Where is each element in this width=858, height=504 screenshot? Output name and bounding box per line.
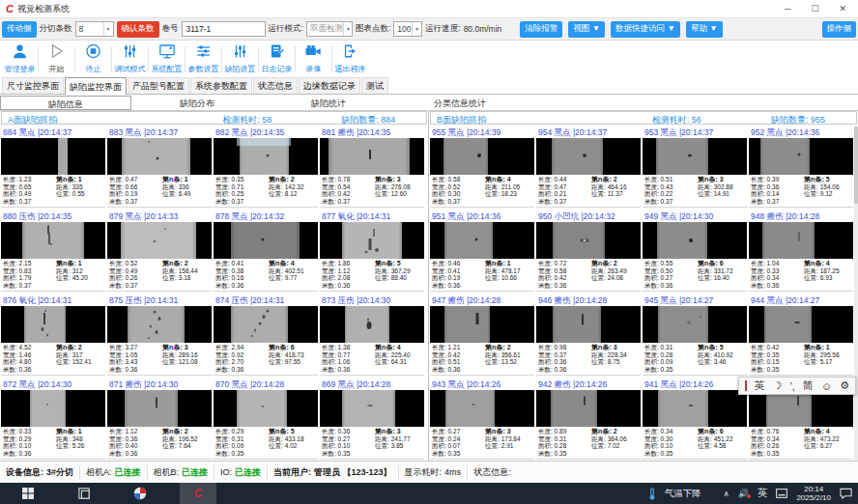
ime-item[interactable]: 英	[755, 378, 765, 393]
roll-label: 卷号	[162, 23, 179, 35]
toolbar-item-monitor[interactable]: 系统配置	[149, 43, 185, 74]
tab-2[interactable]: 产品型号配置	[128, 77, 189, 94]
tab-0[interactable]: 尺寸监控界面	[2, 77, 64, 94]
inspection-app-icon[interactable]: C	[180, 483, 216, 504]
defect-stats: 长度: 1.23宽度: 0.65面积: 0.49米数: 0.37第n条: 1距离…	[1, 175, 105, 205]
monitor-icon	[158, 43, 176, 63]
defect-cell[interactable]: 952 黑点 |20:14:36长度: 0.39宽度: 0.36面积: 0.14…	[749, 126, 853, 208]
clear-alarm-button[interactable]: 清除报警	[520, 21, 562, 38]
defect-cell[interactable]: 954 黑点 |20:14:37长度: 0.44宽度: 0.47面积: 0.21…	[536, 126, 641, 208]
defect-cell[interactable]: 874 压伤 |20:14:31长度: 2.94宽度: 0.92面积: 2.70…	[214, 294, 318, 376]
task-view-button[interactable]	[56, 483, 112, 504]
ime-toolbar[interactable]: 英☽’,简☺⚙	[738, 377, 856, 395]
toolbar-item-defect-sliders[interactable]: 缺陷设置	[222, 43, 258, 74]
defect-cell[interactable]: 871 擦伤 |20:14:30长度: 1.12宽度: 0.36面积: 0.40…	[107, 378, 212, 460]
defect-cell[interactable]: 949 黑点 |20:14:30长度: 0.55宽度: 0.50面积: 0.27…	[643, 210, 747, 292]
volume-icon[interactable]: 🔊	[738, 489, 749, 498]
subtab-1[interactable]: 缺陷分布	[131, 96, 263, 110]
ime-item[interactable]: ⚙	[840, 379, 849, 392]
ime-item[interactable]: 简	[803, 378, 814, 393]
points-select[interactable]: 100▼	[393, 21, 422, 37]
subtab-0[interactable]: 缺陷信息	[0, 96, 131, 110]
tab-5[interactable]: 边缘数据记录	[299, 77, 360, 94]
defect-image	[749, 390, 853, 427]
mode-select[interactable]: 双面检测▼	[306, 21, 353, 37]
touch-keyboard-icon[interactable]	[776, 489, 787, 498]
subtab-3[interactable]: 分类信息统计	[394, 96, 526, 110]
toolbar-item-play[interactable]: 开始	[39, 43, 74, 74]
defect-cell[interactable]: 953 黑点 |20:14:37长度: 0.51宽度: 0.43面积: 0.22…	[643, 126, 747, 208]
maximize-button[interactable]: ☐	[811, 4, 818, 14]
defect-cell[interactable]: 880 压伤 |20:14:35长度: 2.15宽度: 0.83面积: 1.79…	[1, 210, 105, 292]
toolbar-item-stop[interactable]: 停止	[75, 43, 111, 74]
ime-lang-indicator[interactable]: 英	[758, 487, 768, 500]
defect-cell[interactable]: 879 黑点 |20:14:33长度: 0.52宽度: 0.49面积: 0.26…	[107, 210, 212, 292]
strips-select[interactable]: 8▼	[75, 21, 114, 37]
status-bar: 设备信息:3#分切 相机A:已连接 相机B:已连接 IO:已连接 当前用户:管理…	[0, 461, 858, 483]
subtab-2[interactable]: 缺陷统计	[263, 96, 394, 110]
weather-text[interactable]: 气温下降	[665, 488, 701, 500]
defect-cell[interactable]: 942 擦伤 |20:14:26长度: 0.89宽度: 0.31面积: 0.28…	[536, 378, 641, 460]
defect-cell[interactable]: 945 黑点 |20:14:27长度: 0.31宽度: 0.28面积: 0.09…	[643, 294, 747, 376]
thermometer-icon	[648, 488, 656, 500]
defect-cell[interactable]: 872 黑点 |20:14:30长度: 0.33宽度: 0.29面积: 0.10…	[1, 378, 105, 460]
defect-image	[536, 138, 641, 175]
defect-cell[interactable]: 870 黑点 |20:14:28长度: 0.29宽度: 0.31面积: 0.09…	[214, 378, 318, 460]
quick-access-menu-button[interactable]: 数据快捷访问 ▼	[611, 21, 680, 38]
defect-cell[interactable]: 941 黑点 |20:14:26长度: 0.34宽度: 0.30面积: 0.10…	[643, 378, 747, 460]
toolbar-item-debug-sliders[interactable]: 调试模式	[112, 43, 148, 74]
tab-1[interactable]: 缺陷监控界面	[65, 77, 127, 95]
defect-cell[interactable]: 948 擦伤 |20:14:28长度: 1.04宽度: 0.33面积: 0.34…	[749, 210, 853, 292]
tab-3[interactable]: 系统参数配置	[190, 77, 252, 94]
defect-cell[interactable]: 882 黑点 |20:14:35长度: 0.35宽度: 0.71面积: 0.25…	[214, 126, 318, 208]
clock[interactable]: 20:142025/2/10	[796, 485, 831, 502]
defect-cell[interactable]: 884 黑点 |20:14:37长度: 1.23宽度: 0.65面积: 0.49…	[1, 126, 105, 208]
toolbar-item-label: 缺陷设置	[225, 64, 256, 74]
tab-6[interactable]: 测试	[361, 77, 388, 94]
toolbar-item-exit[interactable]: 退出程序	[332, 43, 368, 74]
defect-cell[interactable]: 877 氧化 |20:14:31长度: 1.86宽度: 1.12面积: 2.08…	[320, 210, 424, 292]
tab-4[interactable]: 状态信息	[253, 77, 298, 94]
defect-cell[interactable]: 943 黑点 |20:14:26长度: 0.27宽度: 0.24面积: 0.07…	[430, 378, 534, 460]
defect-cell[interactable]: 869 黑点 |20:14:28长度: 0.36宽度: 0.27面积: 0.10…	[320, 378, 424, 460]
ime-item[interactable]: ’,	[789, 380, 795, 392]
defect-cell[interactable]: 883 黑点 |20:14:37长度: 0.47宽度: 0.66面积: 0.19…	[107, 126, 212, 208]
defect-cell[interactable]: 950 小凹坑 |20:14:32长度: 0.72宽度: 0.58面积: 0.4…	[536, 210, 641, 292]
ime-item[interactable]: ☺	[821, 380, 832, 392]
toolbar-item-user[interactable]: 管理登录	[2, 43, 38, 74]
defect-cell[interactable]: 955 黑点 |20:14:39长度: 0.58宽度: 0.52面积: 0.30…	[430, 126, 534, 208]
tray-expand-icon[interactable]: ∧	[724, 490, 729, 498]
scrollbar-thumb[interactable]	[854, 126, 858, 204]
defect-cell[interactable]: 951 黑点 |20:14:36长度: 0.46宽度: 0.41面积: 0.19…	[430, 210, 534, 292]
notification-icon[interactable]	[840, 488, 852, 499]
defect-cell[interactable]: 946 擦伤 |20:14:28长度: 0.98宽度: 0.37面积: 0.36…	[536, 294, 641, 376]
defect-image	[107, 138, 212, 175]
start-button[interactable]	[0, 483, 56, 504]
defect-cell[interactable]: 881 擦伤 |20:14:35长度: 0.78宽度: 0.54面积: 0.42…	[320, 126, 424, 208]
browser-app-icon[interactable]	[112, 483, 168, 504]
defect-cell[interactable]: 944 黑点 |20:14:27长度: 0.42宽度: 0.35面积: 0.15…	[749, 294, 853, 376]
drive-side-button[interactable]: 传动侧	[2, 21, 37, 38]
defect-stats: 长度: 3.27宽度: 1.05面积: 3.43米数: 0.36第n条: 3距离…	[107, 343, 212, 373]
defect-cell-header: 879 黑点 |20:14:33	[107, 210, 212, 222]
defect-cell[interactable]: 873 压伤 |20:14:30长度: 1.38宽度: 0.77面积: 1.06…	[320, 294, 424, 376]
operator-side-button[interactable]: 操作侧	[822, 21, 857, 38]
view-menu-button[interactable]: 视图 ▼	[568, 21, 605, 38]
help-menu-button[interactable]: 帮助 ▼	[686, 21, 723, 38]
defect-cell-header: 871 擦伤 |20:14:30	[107, 378, 212, 390]
defect-cell[interactable]: 878 黑点 |20:14:32长度: 0.41宽度: 0.38面积: 0.16…	[214, 210, 318, 292]
toolbar-item-log[interactable]: 日志记录	[259, 43, 295, 74]
roll-input[interactable]: 3117-1	[182, 21, 266, 37]
toolbar-item-params-sliders[interactable]: 参数设置	[186, 43, 221, 74]
defect-cell[interactable]: 947 擦伤 |20:14:28长度: 1.21宽度: 0.42面积: 0.51…	[430, 294, 534, 376]
defect-cell-header: 880 压伤 |20:14:35	[1, 210, 105, 222]
defect-cell[interactable]: 875 压伤 |20:14:31长度: 3.27宽度: 1.05面积: 3.43…	[107, 294, 212, 376]
confirm-strips-button[interactable]: 确认条数	[117, 21, 159, 38]
minimize-button[interactable]: ─	[785, 4, 790, 14]
defect-cell-header: 878 黑点 |20:14:32	[214, 210, 318, 222]
ime-item[interactable]: ☽	[773, 379, 783, 392]
defect-cell[interactable]: 876 氧化 |20:14:31长度: 4.52宽度: 1.46面积: 4.80…	[1, 294, 105, 376]
close-button[interactable]: ✕	[839, 4, 846, 14]
toolbar-item-camera[interactable]: 录像	[296, 43, 331, 74]
scrollbar[interactable]	[854, 126, 858, 461]
